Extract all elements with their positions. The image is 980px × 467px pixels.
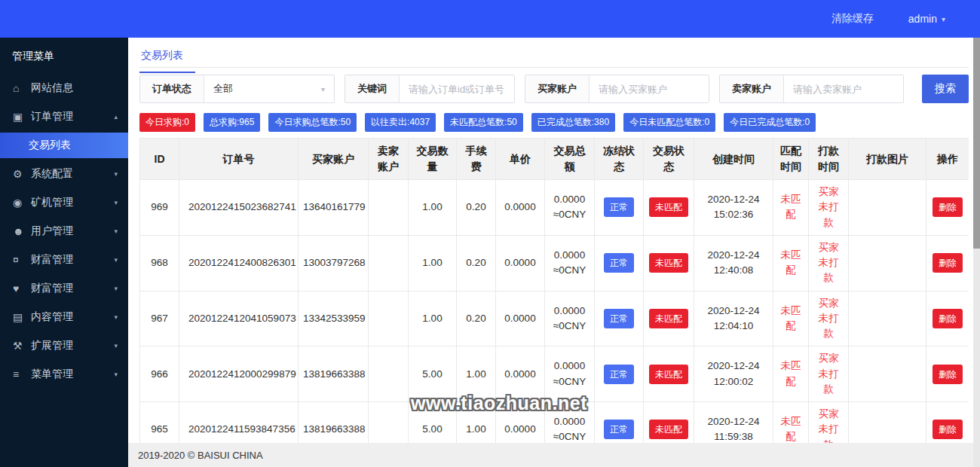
- chevron-icon: ▴: [114, 113, 118, 121]
- cell-id: 967: [140, 291, 179, 346]
- keyword-input[interactable]: [400, 75, 514, 102]
- chevron-icon: ▾: [114, 256, 118, 264]
- tab-bar: 交易列表: [139, 38, 969, 68]
- trade-total-cny: ≈0CNY: [550, 207, 590, 222]
- delete-button[interactable]: 删除: [933, 309, 963, 328]
- sidebar-item-trade-list[interactable]: 交易列表: [0, 133, 128, 158]
- sidebar-item-menu-mgmt[interactable]: ≡ 菜单管理 ▾: [0, 360, 128, 389]
- tab-trade-list[interactable]: 交易列表: [139, 49, 195, 73]
- sidebar: 管理菜单 ⌂ 网站信息 ▣ 订单管理 ▴ 交易列表 ⚙ 系统配置: [0, 38, 128, 467]
- chevron-icon: ▾: [114, 199, 118, 206]
- delete-button[interactable]: 删除: [933, 365, 963, 384]
- sidebar-item-order-mgmt[interactable]: ▣ 订单管理 ▴: [0, 102, 128, 131]
- cell-trade-qty: 5.00: [409, 402, 457, 444]
- cell-trade-qty: 1.00: [409, 180, 457, 236]
- cell-fee: 1.00: [457, 402, 496, 444]
- stat-today-unmatched: 今日未匹配总笔数:0: [623, 113, 715, 132]
- stat-past-sold: 以往卖出:4037: [365, 113, 436, 132]
- keyword-label: 关键词: [345, 75, 400, 102]
- cell-pay-image: [849, 346, 926, 402]
- freeze-status-badge: 正常: [604, 253, 634, 273]
- sidebar-item-label: 网站信息: [31, 81, 73, 95]
- chevron-icon: ▾: [114, 227, 118, 235]
- cell-trade-qty: 5.00: [409, 346, 457, 402]
- cell-order-no: 2020122411593847356: [179, 402, 299, 444]
- cell-seller-account: [369, 235, 409, 291]
- cell-seller-account: [369, 291, 409, 346]
- cell-created-time: 2020-12-24 12:04:10: [694, 291, 773, 346]
- stat-today-completed: 今日已完成总笔数:0: [724, 113, 816, 132]
- heart-icon: ♥: [13, 282, 28, 295]
- delete-button[interactable]: 删除: [933, 197, 963, 217]
- cell-id: 969: [140, 180, 179, 236]
- cell-id: 966: [140, 346, 179, 402]
- column-header: ID: [140, 139, 179, 180]
- trade-status-badge: 未匹配: [649, 365, 688, 384]
- cell-created-time: 2020-12-24 12:00:02: [694, 346, 773, 402]
- sidebar-item-wealth-mgmt-2[interactable]: ♥ 财富管理 ▾: [0, 274, 128, 303]
- cell-actions: 删除: [926, 235, 969, 291]
- sidebar-item-wealth-mgmt-1[interactable]: ¤ 财富管理 ▾: [0, 246, 128, 274]
- keyword-group: 关键词: [345, 75, 515, 103]
- cell-fee: 0.20: [457, 235, 496, 291]
- delete-button[interactable]: 删除: [933, 420, 963, 439]
- chevron-icon: ▾: [114, 371, 118, 378]
- cell-match-time: 未匹配: [773, 235, 809, 291]
- clear-cache-button[interactable]: 清除缓存: [831, 12, 874, 26]
- column-header: 操作: [926, 139, 969, 180]
- cell-id: 968: [140, 235, 179, 291]
- chevron-icon: ▾: [114, 285, 118, 292]
- cell-trade-status: 未匹配: [644, 346, 694, 402]
- cell-pay-image: [849, 291, 926, 346]
- freeze-status-badge: 正常: [604, 420, 634, 439]
- orders-table: ID订单号买家账户卖家账户交易数量手续费单价交易总额冻结状态交易状态创建时间匹配…: [139, 138, 969, 443]
- cell-buyer-account: 13640161779: [299, 180, 369, 236]
- user-menu[interactable]: admin ▾: [908, 13, 945, 25]
- sidebar-item-site-info[interactable]: ⌂ 网站信息: [0, 74, 128, 102]
- buyer-account-label: 买家账户: [525, 75, 590, 102]
- cell-actions: 删除: [926, 402, 969, 444]
- wrench-icon: ⚒: [13, 340, 28, 352]
- sidebar-item-content-mgmt[interactable]: ▤ 内容管理 ▾: [0, 303, 128, 331]
- cell-freeze-status: 正常: [595, 346, 644, 402]
- freeze-status-badge: 正常: [604, 197, 634, 217]
- cell-freeze-status: 正常: [595, 402, 644, 444]
- column-header: 创建时间: [694, 139, 773, 180]
- trade-total-amount: 0.0000: [550, 192, 590, 207]
- cell-actions: 删除: [926, 291, 969, 346]
- footer: 2019-2020 © BAISUI CHINA: [128, 443, 980, 467]
- sidebar-item-label: 内容管理: [31, 310, 73, 324]
- scrollbar-track[interactable]: [973, 38, 980, 467]
- trade-total-cny: ≈0CNY: [550, 374, 590, 389]
- order-status-select[interactable]: 全部 ▾: [204, 75, 334, 102]
- delete-button[interactable]: 删除: [933, 253, 963, 273]
- sidebar-item-user-mgmt[interactable]: ☻ 用户管理 ▾: [0, 217, 128, 246]
- sidebar-item-extension-mgmt[interactable]: ⚒ 扩展管理 ▾: [0, 331, 128, 360]
- chevron-icon: ▾: [114, 342, 118, 349]
- table-header-row: ID订单号买家账户卖家账户交易数量手续费单价交易总额冻结状态交易状态创建时间匹配…: [140, 139, 969, 180]
- column-header: 手续费: [457, 139, 496, 180]
- trade-status-badge: 未匹配: [649, 253, 688, 273]
- search-button[interactable]: 搜索: [922, 75, 969, 103]
- table-row: 967 2020122412041059073 13342533959 1.00…: [140, 291, 969, 346]
- orders-icon: ▣: [13, 111, 28, 123]
- cell-created-time: 2020-12-24 15:02:36: [694, 180, 773, 236]
- created-date: 2020-12-24: [699, 248, 768, 263]
- sidebar-item-miner-mgmt[interactable]: ◉ 矿机管理 ▾: [0, 188, 128, 217]
- cell-trade-total: 0.0000 ≈0CNY: [545, 402, 595, 444]
- scrollbar-thumb[interactable]: [973, 38, 980, 249]
- topbar: 清除缓存 admin ▾: [0, 0, 980, 38]
- column-header: 冻结状态: [595, 139, 644, 180]
- column-header: 交易状态: [644, 139, 694, 180]
- created-clock: 12:04:10: [699, 319, 768, 334]
- trade-status-badge: 未匹配: [649, 420, 688, 439]
- sidebar-item-label: 交易列表: [29, 139, 71, 152]
- user-name: admin: [908, 13, 937, 25]
- trade-total-amount: 0.0000: [550, 414, 590, 429]
- cell-order-no: 2020122415023682741: [179, 180, 299, 236]
- gears-icon: ⚙: [13, 168, 28, 180]
- money-icon: ¤: [13, 254, 28, 266]
- seller-account-input[interactable]: [784, 75, 903, 102]
- sidebar-item-system-config[interactable]: ⚙ 系统配置 ▾: [0, 160, 128, 188]
- buyer-account-input[interactable]: [590, 75, 709, 102]
